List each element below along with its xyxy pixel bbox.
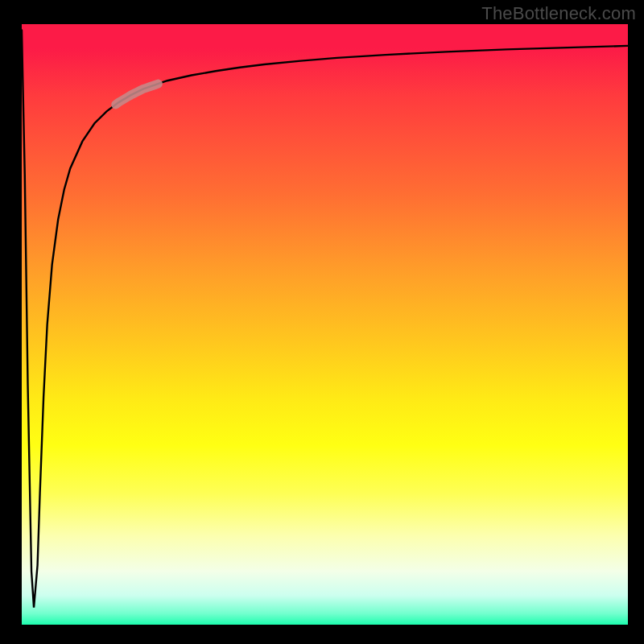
plot-area (22, 24, 628, 625)
x-axis-baseline (22, 625, 628, 625)
bottleneck-curve (22, 30, 628, 607)
attribution-text: TheBottleneck.com (481, 3, 636, 24)
chart-container: TheBottleneck.com (0, 0, 644, 644)
curve-highlight-segment (116, 84, 159, 105)
chart-frame (16, 24, 628, 631)
curve-svg (22, 24, 628, 625)
